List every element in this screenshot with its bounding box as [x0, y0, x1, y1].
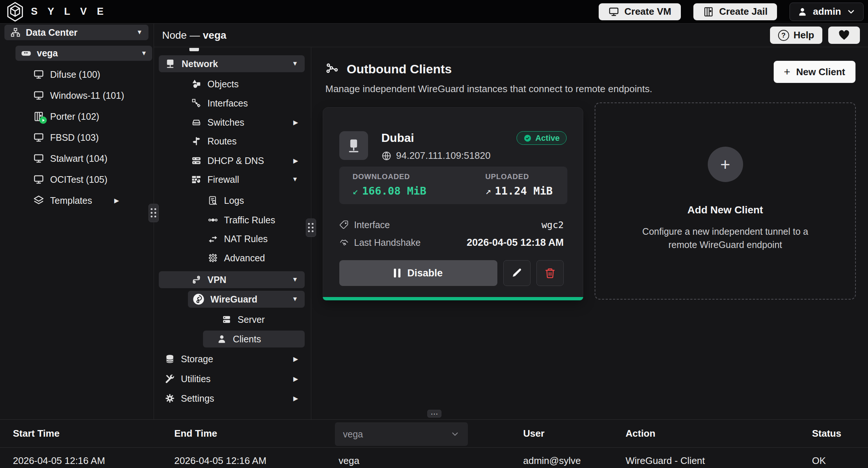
- monitor-icon: [33, 132, 44, 143]
- plus-circle-icon[interactable]: +: [708, 147, 743, 182]
- datacenter-dropdown[interactable]: Data Center ▼: [4, 25, 148, 40]
- create-vm-label: Create VM: [624, 6, 671, 17]
- vm-item-difuse[interactable]: Difuse (100): [33, 67, 104, 82]
- create-jail-label: Create Jail: [719, 6, 768, 17]
- trash-icon: [545, 268, 556, 279]
- caret-right-icon: ▶: [293, 395, 298, 402]
- brand-text: S Y L V E: [31, 6, 107, 17]
- delete-button[interactable]: [536, 260, 564, 286]
- create-vm-button[interactable]: Create VM: [599, 3, 681, 20]
- layers-icon: [33, 195, 44, 206]
- jail-icon: [33, 111, 44, 122]
- menu-item-network[interactable]: Network ▼: [159, 55, 305, 72]
- menu-item-wireguard[interactable]: WireGuard ▼: [188, 291, 305, 308]
- add-card-title: Add New Client: [687, 204, 763, 216]
- table-divider: [0, 447, 868, 448]
- add-new-client-card[interactable]: + Add New Client Configure a new indepen…: [595, 102, 856, 300]
- sidebar2-resize-grip[interactable]: [306, 219, 316, 237]
- client-tile-icon: [339, 131, 368, 160]
- node-item-vega[interactable]: vega ▼: [15, 46, 152, 61]
- sidebar1-resize-grip[interactable]: [148, 204, 159, 222]
- caret-down-icon: ▼: [292, 176, 298, 183]
- firewall-icon: [191, 174, 202, 185]
- help-icon: ?: [778, 30, 789, 41]
- user-menu-button[interactable]: admin: [790, 3, 864, 21]
- node-menu-sidebar: Network ▼ Objects Interfaces Switches ▶ …: [154, 47, 311, 419]
- arrow-up-right-icon: ↗: [485, 185, 491, 196]
- menu-item-interfaces[interactable]: Interfaces: [159, 95, 305, 112]
- chevron-down-icon: [846, 7, 856, 17]
- menu-item-utilities[interactable]: Utilities ▶: [159, 370, 305, 387]
- menu-item-switches[interactable]: Switches ▶: [159, 114, 305, 131]
- menu-item-dhcp-dns[interactable]: DHCP & DNS ▶: [159, 152, 305, 169]
- chevron-down-icon: [450, 429, 460, 439]
- menu-item-traffic-rules[interactable]: Traffic Rules: [159, 212, 305, 228]
- datacenter-sidebar: Data Center ▼ vega ▼ Difuse (100) Window…: [0, 24, 154, 419]
- user-icon: [797, 7, 808, 17]
- new-client-label: New Client: [796, 66, 845, 78]
- row-start-time: 2026-04-05 12:16 AM: [13, 455, 105, 467]
- bottom-panel-resize-grip[interactable]: ⋯: [427, 410, 441, 418]
- new-client-button[interactable]: + New Client: [774, 61, 855, 83]
- page-section-title: Outbound Clients: [347, 62, 452, 76]
- menu-item-objects[interactable]: Objects: [159, 76, 305, 92]
- caret-down-icon: ▼: [136, 29, 143, 36]
- globe-icon: [381, 151, 392, 161]
- help-button[interactable]: ? Help: [770, 27, 822, 44]
- node-label: vega: [37, 48, 58, 59]
- jail-item-porter[interactable]: Porter (102): [33, 109, 103, 124]
- monitor-icon: [608, 6, 619, 17]
- interface-value: wgc2: [542, 220, 564, 230]
- handshake-value: 2026-04-05 12:18 AM: [467, 237, 564, 248]
- menu-item-wg-clients[interactable]: Clients: [203, 331, 305, 347]
- vm-item-fbsd[interactable]: FBSD (103): [33, 130, 102, 145]
- menu-item-firewall[interactable]: Firewall ▼: [159, 171, 305, 188]
- menu-item-advanced[interactable]: Advanced: [159, 249, 305, 266]
- menu-item-logs[interactable]: Logs: [159, 192, 305, 209]
- menu-item-vpn[interactable]: VPN ▼: [159, 271, 305, 288]
- datacenter-icon: [10, 27, 21, 38]
- handshake-icon: [339, 238, 349, 247]
- caret-down-icon: ▼: [292, 276, 298, 283]
- switch-icon: [191, 117, 202, 128]
- caret-down-icon: ▼: [292, 60, 298, 67]
- node-filter-select[interactable]: vega: [335, 422, 468, 446]
- wireguard-logo-icon: [193, 293, 204, 305]
- gear-icon: [208, 253, 218, 263]
- caret-down-icon: ▼: [292, 296, 298, 303]
- vector-icon: [191, 98, 202, 108]
- uploaded-label: UPLOADED: [485, 172, 553, 181]
- col-user: User: [523, 428, 545, 439]
- caret-right-icon: ▶: [293, 119, 298, 126]
- vm-item-windows11[interactable]: Windows-11 (101): [33, 88, 128, 103]
- tag-icon: [339, 220, 349, 230]
- node-prefix: Node —: [162, 29, 200, 41]
- sidebar-item-templates[interactable]: Templates ▶: [33, 193, 123, 208]
- vm-item-ocitest[interactable]: OCITest (105): [33, 172, 111, 187]
- menu-item-nat-rules[interactable]: NAT Rules: [159, 230, 305, 247]
- menu-item-wg-server[interactable]: Server: [159, 311, 305, 328]
- page-title: Node — vega: [162, 29, 226, 41]
- menu-item-settings[interactable]: Settings ▶: [159, 390, 305, 407]
- vm-item-stalwart[interactable]: Stalwart (104): [33, 151, 111, 166]
- col-action: Action: [626, 428, 655, 439]
- menu-item-routes[interactable]: Routes: [159, 133, 305, 150]
- monitor-icon: [33, 90, 44, 101]
- audit-log-panel: Start Time End Time vega User Action Sta…: [0, 419, 868, 468]
- row-node: vega: [339, 455, 359, 467]
- favorite-button[interactable]: [828, 27, 860, 44]
- downloaded-value: 166.08 MiB: [362, 185, 427, 197]
- share-nodes-icon: [325, 63, 339, 76]
- node-icon: [21, 48, 32, 59]
- wireguard-client-card: Dubai 94.207.111.109:51820 Active DOWNLO…: [323, 107, 583, 300]
- outbound-clients-panel: Outbound Clients Manage independent Wire…: [311, 47, 868, 419]
- disable-button[interactable]: Disable: [339, 260, 497, 286]
- edit-button[interactable]: [503, 260, 531, 286]
- menu-item-storage[interactable]: Storage ▶: [159, 350, 305, 367]
- caret-right-icon: ▶: [293, 157, 298, 165]
- row-end-time: 2026-04-05 12:16 AM: [174, 455, 266, 467]
- monitor-icon: [33, 69, 44, 80]
- create-jail-button[interactable]: Create Jail: [693, 3, 777, 20]
- pencil-icon: [511, 268, 522, 279]
- status-badge: Active: [517, 131, 567, 145]
